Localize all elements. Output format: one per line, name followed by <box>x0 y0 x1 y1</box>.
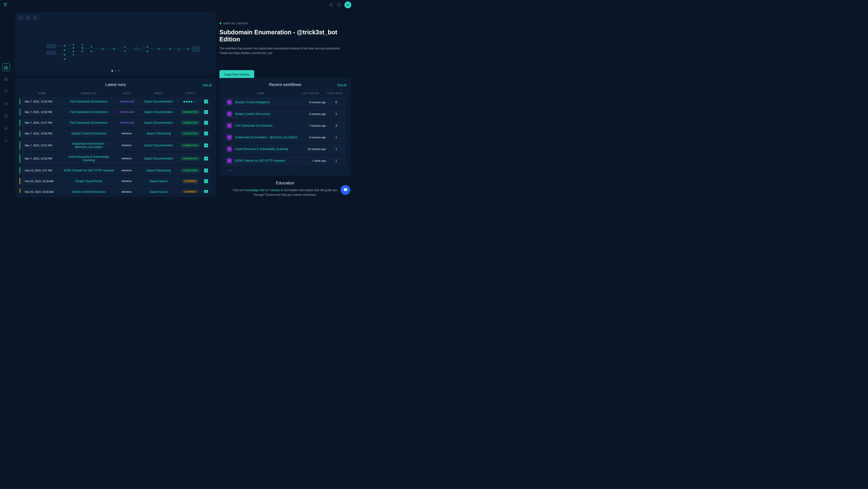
run-workflow-link[interactable]: Full Subdomain Enumeration <box>63 100 115 103</box>
run-workflow-link[interactable]: Simple Content Discovery <box>63 190 115 193</box>
svg-point-3 <box>6 92 6 93</box>
open-run-icon[interactable] <box>204 156 208 161</box>
sidebar-launch[interactable] <box>2 124 10 132</box>
workflow-name-link[interactable]: Shodan Threat Intelligence <box>235 100 300 104</box>
svg-line-50 <box>138 47 147 49</box>
run-space-link[interactable]: Space how-to <box>139 190 178 193</box>
workflow-name-link[interactable]: Simple Content Dicscovery <box>235 112 300 116</box>
avatar[interactable]: IV <box>344 1 351 8</box>
run-workflow-link[interactable]: Asset Discovery & Vulnerability Scanning <box>63 155 115 162</box>
workflow-name-link[interactable]: Full Subdomain Enumeration <box>235 124 300 127</box>
fullscreen-icon[interactable] <box>18 15 24 21</box>
table-row: Mar 7, 2023, 12:56 PMSimple Content Dics… <box>20 129 212 138</box>
row-stripe <box>20 120 20 126</box>
open-run-icon[interactable] <box>204 179 208 183</box>
table-row: Mar 7, 2023, 12:58 PMFull Subdomain Enum… <box>20 107 212 117</box>
carousel-dots <box>112 70 120 71</box>
run-space-link[interactable]: Space Documentation <box>139 157 178 160</box>
svg-point-2 <box>7 90 7 91</box>
sidebar-home[interactable] <box>2 63 10 71</box>
zoom-in-icon[interactable] <box>25 15 31 21</box>
run-workflow-link[interactable]: Simple Content Dicscovery <box>63 132 115 135</box>
workflow-name-link[interactable]: Asset Discovery & Vulnerability Scanning <box>235 147 300 151</box>
education-text: Visit our Knowledge Hub or Tutorials to … <box>229 188 341 197</box>
col-status: STATUS <box>178 92 203 95</box>
run-space-link[interactable]: Space Documentation <box>139 100 178 103</box>
education-section: Education Visit our Knowledge Hub or Tut… <box>219 179 351 197</box>
open-run-icon[interactable] <box>204 143 208 147</box>
knowledge-hub-link[interactable]: Knowledge Hub <box>244 189 265 192</box>
svg-point-7 <box>7 141 7 142</box>
svg-point-70 <box>230 148 230 148</box>
help-icon[interactable] <box>337 3 341 7</box>
open-run-icon[interactable] <box>204 121 208 125</box>
workflow-name-link[interactable]: IDOR Checker for GET HTTP requests <box>235 159 300 163</box>
sidebar-export[interactable] <box>2 112 10 120</box>
run-workflow-link[interactable]: IDOR Checker for GET HTTP requests <box>63 169 115 172</box>
col-workflow: WORKFLOW <box>63 92 115 95</box>
run-mode: SCHEDULED <box>115 111 139 113</box>
carousel-dot-2[interactable] <box>115 70 116 71</box>
svg-point-17 <box>73 47 74 49</box>
recent-workflows-view-all[interactable]: View all <box>337 83 346 86</box>
sidebar-nodes[interactable] <box>2 136 10 144</box>
run-mode: MANUAL <box>115 157 139 160</box>
svg-point-35 <box>187 49 189 50</box>
workflow-total-runs: 1 <box>329 159 343 163</box>
runs-table-header: NAME WORKFLOW MODE SPACE STATUS <box>20 91 212 96</box>
run-workflow-link[interactable]: Simple Visual Recon <box>63 179 115 183</box>
table-row: Simple Content Dicscovery6 minutes ago1 <box>224 109 346 119</box>
app-logo[interactable] <box>3 2 8 7</box>
svg-rect-36 <box>192 46 199 52</box>
carousel-dot-3[interactable] <box>118 70 120 71</box>
open-run-icon[interactable] <box>204 190 208 193</box>
tutorials-link[interactable]: Tutorials <box>269 189 280 192</box>
open-run-icon[interactable] <box>204 110 208 114</box>
run-space-link[interactable]: Space how-to <box>139 179 178 183</box>
table-row: Feb 20, 2023, 10:28 AMSimple Visual Reco… <box>20 177 212 186</box>
svg-point-64 <box>230 125 230 125</box>
sidebar-shuffle[interactable] <box>2 100 10 108</box>
workflow-icon <box>227 135 232 140</box>
latest-runs-view-all[interactable]: View all <box>203 83 212 86</box>
svg-point-24 <box>91 51 92 52</box>
run-space-link[interactable]: Space Documentation <box>139 121 178 124</box>
run-space-link[interactable]: Space Onboarding <box>139 169 178 172</box>
open-run-icon[interactable] <box>204 169 208 172</box>
run-workflow-link[interactable]: Full Subdomain Enumeration <box>63 121 115 124</box>
topbar: IV <box>0 0 354 10</box>
sidebar-spaces[interactable] <box>2 76 10 83</box>
svg-point-19 <box>73 54 74 56</box>
workflow-name-link[interactable]: Subdomain Enumeration - @trick3st_bot Ed… <box>235 171 300 171</box>
run-space-link[interactable]: Space Onboarding <box>139 132 178 135</box>
carousel-dot-1[interactable] <box>112 70 113 71</box>
run-time: Feb 20, 2023, 10:20 AM <box>22 191 63 193</box>
table-row: Subdomain Enumeration - @trick3st_bot Ed… <box>224 132 346 142</box>
run-space-link[interactable]: Space Documentation <box>139 144 178 147</box>
announcement-icon[interactable] <box>329 3 333 7</box>
svg-point-25 <box>102 49 103 50</box>
svg-line-37 <box>56 46 64 46</box>
svg-line-42 <box>65 55 73 59</box>
svg-point-66 <box>228 136 229 137</box>
sidebar-workflows[interactable] <box>2 88 10 95</box>
run-workflow-link[interactable]: Subdomain Enumeration - @trick3st_bot Ed… <box>63 142 115 149</box>
run-workflow-link[interactable]: Full Subdomain Enumeration <box>63 110 115 114</box>
chat-bubble-icon[interactable] <box>341 185 350 195</box>
table-row: IDOR Checker for GET HTTP requests1 week… <box>224 155 346 166</box>
workflow-name-link[interactable]: Subdomain Enumeration - @trick3st_bot Ed… <box>235 136 300 139</box>
open-run-icon[interactable] <box>204 132 208 135</box>
copy-from-library-button[interactable]: Copy from Library <box>219 70 254 79</box>
svg-point-28 <box>124 51 126 52</box>
open-run-icon[interactable] <box>204 99 208 104</box>
svg-point-15 <box>64 58 65 60</box>
svg-point-26 <box>113 49 115 50</box>
run-time: Mar 7, 2023, 12:57 PM <box>22 121 63 124</box>
svg-point-73 <box>230 160 230 160</box>
svg-point-62 <box>229 114 230 115</box>
zoom-out-icon[interactable] <box>32 15 38 21</box>
latest-runs-panel: Latest runs View all NAME WORKFLOW MODE … <box>15 78 216 197</box>
row-stripe <box>20 130 20 137</box>
run-space-link[interactable]: Space Documentation <box>139 110 178 114</box>
row-stripe <box>20 141 20 150</box>
